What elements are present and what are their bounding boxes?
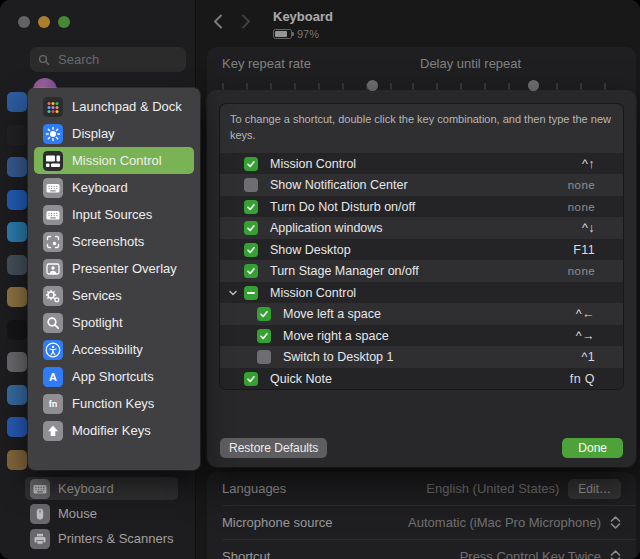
checkbox-checked[interactable] [244,264,258,278]
menu-item-mission-control[interactable]: Mission Control [34,147,194,174]
checkbox-checked[interactable] [244,372,258,386]
shortcut-row-move-left-space[interactable]: Move left a space ^← [220,303,623,325]
checkbox-unchecked[interactable] [244,178,258,192]
shortcut-keys[interactable]: none [568,179,595,191]
shortcut-group-mission-control[interactable]: Mission Control [220,282,623,304]
shortcut-category-menu: Launchpad & Dock Display [28,88,200,470]
menu-item-presenter-overlay[interactable]: Presenter Overlay [34,255,194,282]
app-shortcuts-icon: A [43,367,63,387]
shortcut-keys[interactable]: F11 [573,243,595,257]
screenshots-icon [43,232,63,252]
instruction-text: To change a shortcut, double click the k… [220,104,623,153]
system-settings-window: Keyboard Mouse Printers & Scanners Keybo… [0,0,640,559]
shortcut-row-quick-note[interactable]: Quick Note fn Q [220,368,623,390]
checkbox-checked[interactable] [244,243,258,257]
menu-item-screenshots[interactable]: Screenshots [34,228,194,255]
checkbox-checked[interactable] [257,329,271,343]
menu-item-app-shortcuts[interactable]: A App Shortcuts [34,363,194,390]
disclosure-chevron-icon[interactable] [227,287,239,299]
services-icon [43,286,63,306]
shortcut-keys[interactable]: ^→ [576,329,595,343]
menu-item-spotlight[interactable]: Spotlight [34,309,194,336]
presenter-overlay-icon [43,259,63,279]
menu-item-function-keys[interactable]: fn Function Keys [34,390,194,417]
shortcut-keys[interactable]: none [568,265,595,277]
menu-item-accessibility[interactable]: Accessibility [34,336,194,363]
shortcut-row-switch-desktop-1[interactable]: Switch to Desktop 1 ^1 [220,346,623,368]
accessibility-icon [43,340,63,360]
launchpad-icon [43,97,63,117]
menu-item-display[interactable]: Display [34,120,194,147]
checkbox-checked[interactable] [244,157,258,171]
menu-item-keyboard[interactable]: Keyboard [34,174,194,201]
menu-item-input-sources[interactable]: Input Sources [34,201,194,228]
input-sources-icon [43,205,63,225]
menu-item-launchpad-dock[interactable]: Launchpad & Dock [34,93,194,120]
shortcut-row-mission-control[interactable]: Mission Control ^↑ [220,153,623,175]
spotlight-icon [43,313,63,333]
checkbox-mixed[interactable] [244,286,258,300]
checkbox-checked[interactable] [244,200,258,214]
done-button[interactable]: Done [562,438,623,458]
modifier-keys-icon [43,421,63,441]
shortcut-row-show-desktop[interactable]: Show Desktop F11 [220,239,623,261]
mission-control-icon [43,151,63,171]
menu-item-services[interactable]: Services [34,282,194,309]
shortcut-keys[interactable]: ^← [576,307,595,321]
checkbox-checked[interactable] [257,307,271,321]
shortcut-row-show-notification-center[interactable]: Show Notification Center none [220,174,623,196]
shortcut-row-application-windows[interactable]: Application windows ^↓ [220,217,623,239]
function-keys-icon: fn [43,394,63,414]
keyboard-icon [43,178,63,198]
shortcut-keys[interactable]: ^↓ [582,221,595,235]
shortcut-row-stage-manager[interactable]: Turn Stage Manager on/off none [220,260,623,282]
shortcut-keys[interactable]: ^1 [581,350,595,364]
display-icon [43,124,63,144]
checkbox-checked[interactable] [244,221,258,235]
keyboard-shortcuts-sheet: To change a shortcut, double click the k… [207,91,636,467]
menu-item-modifier-keys[interactable]: Modifier Keys [34,417,194,444]
shortcut-keys[interactable]: ^↑ [582,157,595,171]
restore-defaults-button[interactable]: Restore Defaults [220,438,327,458]
shortcut-row-do-not-disturb[interactable]: Turn Do Not Disturb on/off none [220,196,623,218]
checkbox-unchecked[interactable] [257,350,271,364]
shortcut-keys[interactable]: none [568,201,595,213]
shortcut-keys[interactable]: fn Q [570,372,595,386]
shortcuts-table: To change a shortcut, double click the k… [220,104,623,389]
shortcut-row-move-right-space[interactable]: Move right a space ^→ [220,325,623,347]
